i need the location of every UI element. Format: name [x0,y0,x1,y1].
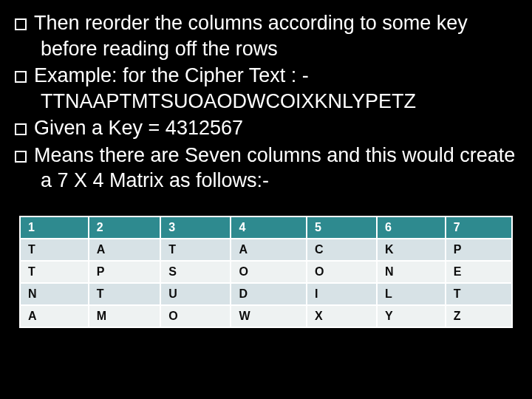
col-header: 1 [20,216,89,239]
table-row: N T U D I L T [20,283,512,305]
cell: P [446,239,512,261]
bullet-rest: a Key = 4312567 [86,117,243,139]
slide: Then reorder the columns according to so… [0,0,532,399]
cell: T [20,239,89,261]
cell: N [20,283,89,305]
col-header: 5 [307,216,377,239]
bullet-first-word: Then [34,12,80,34]
bullet-item: Given a Key = 4312567 [15,115,517,141]
bullet-rest: there are Seven columns and this would c… [41,144,515,192]
cell: T [160,239,231,261]
bullet-list: Then reorder the columns according to so… [15,10,517,195]
cell: T [20,261,89,283]
table-row: T A T A C K P [20,239,512,261]
square-bullet-icon [15,71,27,83]
cell: A [20,305,89,327]
bullet-item: Example: for the Cipher Text : - TTNAAPT… [15,63,517,114]
cell: S [160,261,231,283]
cell: L [377,283,446,305]
bullet-first-word: Means [34,144,94,166]
square-bullet-icon [15,18,27,30]
table-row: A M O W X Y Z [20,305,512,327]
table-header-row: 1 2 3 4 5 6 7 [20,216,512,239]
cell: A [89,239,161,261]
col-header: 3 [160,216,231,239]
bullet-item: Then reorder the columns according to so… [15,10,517,61]
cell: U [160,283,231,305]
cell: T [446,283,512,305]
cell: I [307,283,377,305]
col-header: 6 [377,216,446,239]
cell: E [446,261,512,283]
col-header: 4 [231,216,306,239]
cell: D [231,283,306,305]
cell: N [377,261,446,283]
table-row: T P S O O N E [20,261,512,283]
cell: O [307,261,377,283]
matrix-table-wrap: 1 2 3 4 5 6 7 T A T A C K P [15,216,517,328]
bullet-first-word: Given [34,117,86,139]
col-header: 7 [446,216,512,239]
cell: W [231,305,306,327]
square-bullet-icon [15,123,27,135]
col-header: 2 [89,216,161,239]
cell: X [307,305,377,327]
cell: C [307,239,377,261]
cell: O [231,261,306,283]
square-bullet-icon [15,151,27,163]
bullet-first-word: Example: [34,64,117,86]
cell: K [377,239,446,261]
bullet-rest: reorder the columns according to some ke… [41,12,468,60]
cell: Z [446,305,512,327]
matrix-table: 1 2 3 4 5 6 7 T A T A C K P [19,216,513,328]
bullet-item: Means there are Seven columns and this w… [15,143,517,194]
cell: T [89,283,161,305]
cell: O [160,305,231,327]
cell: A [231,239,306,261]
cell: M [89,305,161,327]
cell: Y [377,305,446,327]
cell: P [89,261,161,283]
